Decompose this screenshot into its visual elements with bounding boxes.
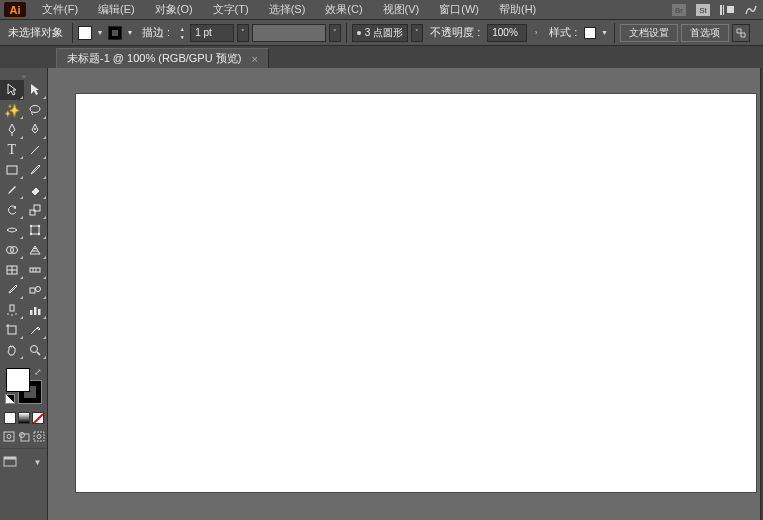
svg-rect-31	[38, 309, 41, 315]
pen-tool[interactable]	[0, 120, 24, 140]
rectangle-tool[interactable]	[0, 160, 24, 180]
width-tool[interactable]	[0, 220, 24, 240]
column-graph-tool[interactable]	[24, 300, 48, 320]
stroke-swatch[interactable]	[108, 26, 122, 40]
toolbar-grip[interactable]	[0, 72, 47, 80]
main-area: ✨ T	[0, 68, 763, 520]
fill-color-swatch[interactable]	[6, 368, 30, 392]
screen-mode-dropdown[interactable]: ▼	[31, 455, 45, 469]
artboard-tool[interactable]	[0, 320, 24, 340]
paintbrush-tool[interactable]	[24, 160, 48, 180]
selection-tool[interactable]	[0, 80, 24, 100]
svg-point-42	[37, 434, 41, 438]
draw-normal-icon[interactable]	[2, 430, 15, 442]
menu-window[interactable]: 窗口(W)	[429, 0, 489, 19]
free-transform-tool[interactable]	[24, 220, 48, 240]
none-mode-button[interactable]	[32, 412, 44, 424]
menu-effect[interactable]: 效果(C)	[315, 0, 372, 19]
eraser-tool[interactable]	[24, 180, 48, 200]
fill-dropdown[interactable]: ▼	[95, 25, 105, 40]
svg-point-14	[38, 233, 40, 235]
brush-definition[interactable]: 3 点圆形	[352, 24, 408, 42]
menu-view[interactable]: 视图(V)	[373, 0, 430, 19]
svg-point-35	[31, 346, 38, 353]
stroke-dropdown[interactable]: ▼	[125, 25, 135, 40]
perspective-grid-tool[interactable]	[24, 240, 48, 260]
screen-mode-row: ▼	[0, 448, 47, 471]
brush-dropdown[interactable]: ˅	[411, 24, 423, 42]
svg-point-40	[19, 432, 24, 437]
stroke-label: 描边 :	[138, 25, 174, 40]
lasso-tool[interactable]	[24, 100, 48, 120]
menu-file[interactable]: 文件(F)	[32, 0, 88, 19]
stroke-weight-dropdown[interactable]: ˅	[237, 24, 249, 42]
menu-type[interactable]: 文字(T)	[203, 0, 259, 19]
svg-text:St: St	[699, 6, 707, 15]
style-dropdown[interactable]: ▼	[599, 25, 609, 40]
default-fill-stroke-icon[interactable]	[5, 394, 15, 404]
direct-selection-tool[interactable]	[24, 80, 48, 100]
svg-rect-20	[30, 268, 40, 272]
artboard[interactable]	[76, 94, 756, 492]
svg-rect-23	[30, 288, 35, 293]
rotate-tool[interactable]	[0, 200, 24, 220]
svg-point-26	[7, 313, 9, 315]
document-tab[interactable]: 未标题-1 @ 100% (RGB/GPU 预览) ×	[56, 48, 269, 68]
line-segment-tool[interactable]	[24, 140, 48, 160]
fill-swatch[interactable]	[78, 26, 92, 40]
fill-stroke-swatches[interactable]: ⤢	[6, 368, 42, 404]
hand-tool[interactable]	[0, 340, 24, 360]
menu-select[interactable]: 选择(S)	[259, 0, 316, 19]
stroke-weight-spinner[interactable]: ▲▼	[177, 25, 187, 41]
menu-help[interactable]: 帮助(H)	[489, 0, 546, 19]
curvature-tool[interactable]	[24, 120, 48, 140]
shaper-tool[interactable]	[0, 180, 24, 200]
preferences-button[interactable]: 首选项	[681, 24, 729, 42]
doc-setup-button[interactable]: 文档设置	[620, 24, 678, 42]
style-swatch[interactable]	[584, 27, 596, 39]
shape-builder-tool[interactable]	[0, 240, 24, 260]
stroke-weight-input[interactable]	[190, 24, 234, 42]
mesh-tool[interactable]	[0, 260, 24, 280]
svg-point-4	[30, 106, 40, 113]
tab-close-button[interactable]: ×	[251, 53, 257, 65]
svg-point-24	[36, 287, 41, 292]
magic-wand-tool[interactable]: ✨	[0, 100, 24, 120]
canvas-viewport[interactable]	[48, 68, 763, 520]
swap-fill-stroke-icon[interactable]: ⤢	[34, 367, 42, 377]
svg-rect-44	[4, 457, 16, 460]
gradient-mode-button[interactable]	[18, 412, 30, 424]
opacity-input[interactable]	[487, 24, 527, 42]
bridge-icon[interactable]: Br	[668, 1, 690, 19]
align-icon[interactable]	[732, 24, 750, 42]
screen-mode-button[interactable]	[3, 455, 17, 469]
menu-bar: Ai 文件(F) 编辑(E) 对象(O) 文字(T) 选择(S) 效果(C) 视…	[0, 0, 763, 20]
control-bar: 未选择对象 ▼ ▼ 描边 : ▲▼ ˅ ˅ 3 点圆形 ˅ 不透明度 : › 样…	[0, 20, 763, 46]
tab-bar: 未标题-1 @ 100% (RGB/GPU 预览) ×	[0, 46, 763, 68]
type-tool[interactable]: T	[0, 140, 24, 160]
stock-icon[interactable]: St	[692, 1, 714, 19]
eyedropper-tool[interactable]	[0, 280, 24, 300]
symbol-sprayer-tool[interactable]	[0, 300, 24, 320]
svg-rect-41	[34, 432, 44, 441]
var-width-dropdown[interactable]: ˅	[329, 24, 341, 42]
color-mode-button[interactable]	[4, 412, 16, 424]
opacity-dropdown[interactable]: ›	[530, 24, 542, 42]
gradient-tool[interactable]	[24, 260, 48, 280]
menu-object[interactable]: 对象(O)	[145, 0, 203, 19]
brush-swatch[interactable]	[252, 24, 326, 42]
gpu-icon[interactable]	[740, 1, 762, 19]
color-mode-row	[0, 408, 47, 428]
draw-behind-icon[interactable]	[17, 430, 30, 442]
scale-tool[interactable]	[24, 200, 48, 220]
svg-rect-10	[31, 226, 39, 234]
svg-rect-7	[7, 166, 17, 174]
draw-inside-icon[interactable]	[32, 430, 45, 442]
svg-rect-32	[8, 326, 16, 334]
svg-point-38	[7, 434, 11, 438]
arrange-documents-icon[interactable]: ▼	[716, 1, 738, 19]
slice-tool[interactable]	[24, 320, 48, 340]
menu-edit[interactable]: 编辑(E)	[88, 0, 145, 19]
zoom-tool[interactable]	[24, 340, 48, 360]
blend-tool[interactable]	[24, 280, 48, 300]
